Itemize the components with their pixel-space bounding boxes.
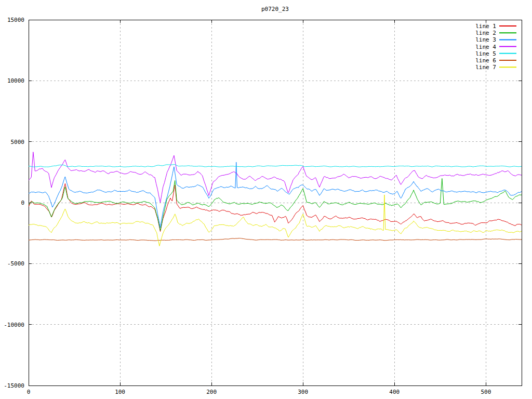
- series-line-5: [29, 165, 522, 167]
- x-tick-label: 400: [389, 389, 400, 395]
- legend-label: line 4: [475, 44, 496, 50]
- y-tick-label: 5000: [11, 139, 25, 145]
- x-tick-label: 200: [206, 389, 217, 395]
- series-line-6: [29, 238, 522, 241]
- x-tick-label: 300: [298, 389, 308, 395]
- legend-label: line 5: [475, 50, 496, 57]
- chart-canvas: 0100200300400500-15000-10000-50000500010…: [0, 0, 532, 399]
- legend-label: line 1: [475, 23, 496, 30]
- y-tick-label: 15000: [7, 17, 24, 23]
- series-line-1: [29, 183, 522, 231]
- y-tick-label: -10000: [4, 322, 24, 328]
- x-tick-label: 500: [481, 389, 491, 395]
- legend-label: line 6: [475, 57, 496, 64]
- y-tick-label: 10000: [7, 77, 24, 84]
- x-tick-label: 100: [115, 389, 125, 395]
- series-line-3: [29, 162, 522, 228]
- series-line-4: [29, 152, 522, 203]
- legend-label: line 3: [475, 36, 496, 43]
- y-tick-label: -5000: [7, 260, 24, 267]
- series-line-2: [29, 179, 522, 231]
- legend-label: line 7: [475, 64, 496, 71]
- y-tick-label: 0: [21, 200, 24, 206]
- gnuplot-window: p0720_23 0100200300400500-15000-10000-50…: [0, 0, 532, 399]
- legend-label: line 2: [475, 30, 496, 36]
- y-tick-label: -15000: [4, 382, 24, 389]
- chart-title: p0720_23: [29, 6, 522, 12]
- x-tick-label: 0: [27, 389, 31, 395]
